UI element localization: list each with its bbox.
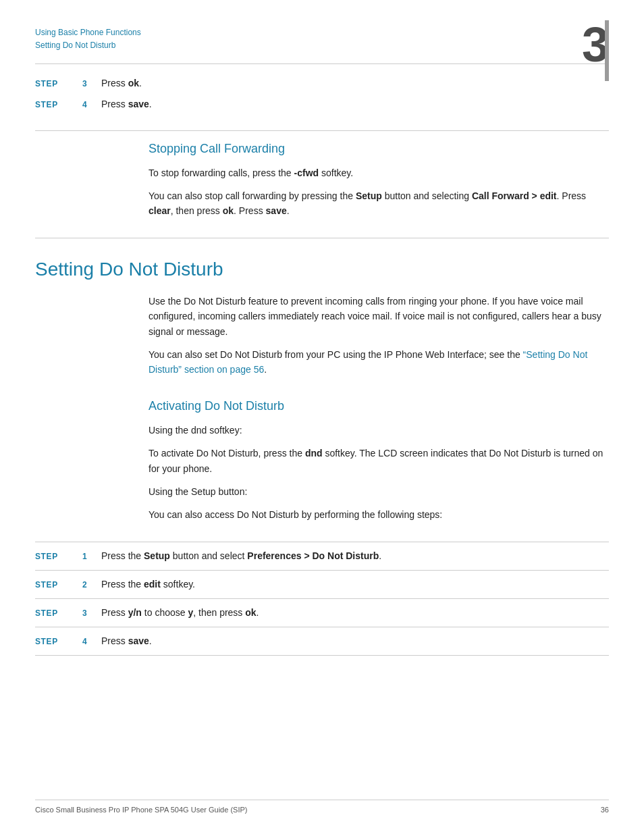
dnd-step-text-1: Press the Setup button and select Prefer… (101, 549, 381, 563)
activating-dnd-heading: Activating Do Not Disturb (149, 399, 609, 413)
dnd-step-row: STEP 3 Press y/n to choose y, then press… (35, 598, 609, 627)
stopping-para1: To stop forwarding calls, press the -cfw… (149, 165, 609, 180)
step-number-4: 4 (82, 100, 101, 109)
dnd-step-number-2: 2 (82, 580, 101, 590)
dnd-step-label-2: STEP (35, 580, 82, 590)
dnd-intro-content: Use the Do Not Disturb feature to preven… (35, 294, 609, 377)
stopping-para2: You can also stop call forwarding by pre… (149, 188, 609, 219)
using-dnd-label: Using the dnd softkey: (149, 423, 609, 438)
dnd-step-label-1: STEP (35, 552, 82, 561)
page-footer: Cisco Small Business Pro IP Phone SPA 50… (35, 800, 609, 814)
dnd-steps: STEP 1 Press the Setup button and select… (35, 542, 609, 656)
dnd-link[interactable]: “Setting Do Not Disturb” section on page… (149, 349, 587, 375)
subsection-content: Stopping Call Forwarding To stop forward… (35, 142, 609, 219)
dnd-para2: You can also set Do Not Disturb from you… (149, 347, 609, 377)
dnd-step-number-4: 4 (82, 637, 101, 646)
initial-steps: STEP 3 Press ok. STEP 4 Press save. (0, 64, 644, 130)
step-number-3: 3 (82, 79, 101, 88)
stopping-call-forwarding-heading: Stopping Call Forwarding (149, 142, 609, 156)
step-label-3: STEP (35, 79, 82, 88)
activating-dnd-section: Activating Do Not Disturb Using the dnd … (0, 386, 644, 542)
breadcrumb: Using Basic Phone Functions Setting Do N… (35, 27, 609, 51)
dnd-step-label-3: STEP (35, 608, 82, 618)
step-row: STEP 4 Press save. (35, 97, 609, 111)
step-text-4: Press save. (101, 97, 152, 111)
setting-dnd-section: Setting Do Not Disturb Use the Do Not Di… (0, 238, 644, 377)
setting-dnd-title: Setting Do Not Disturb (35, 259, 609, 280)
setup-desc: You can also access Do Not Disturb by pe… (149, 507, 609, 522)
breadcrumb-line1: Using Basic Phone Functions (35, 27, 609, 38)
stopping-call-forwarding-section: Stopping Call Forwarding To stop forward… (0, 131, 644, 238)
dnd-step-row: STEP 2 Press the edit softkey. (35, 570, 609, 598)
dnd-step-number-1: 1 (82, 552, 101, 561)
dnd-step-text-3: Press y/n to choose y, then press ok. (101, 606, 259, 620)
dnd-desc: To activate Do Not Disturb, press the dn… (149, 446, 609, 476)
dnd-step-number-3: 3 (82, 608, 101, 618)
dnd-para1: Use the Do Not Disturb feature to preven… (149, 294, 609, 339)
dnd-step-text-4: Press save. (101, 634, 152, 648)
step-label-4: STEP (35, 100, 82, 109)
dnd-step-row: STEP 1 Press the Setup button and select… (35, 542, 609, 570)
dnd-step-label-4: STEP (35, 637, 82, 646)
footer-left-text: Cisco Small Business Pro IP Phone SPA 50… (35, 806, 247, 814)
dnd-step-text-2: Press the edit softkey. (101, 577, 195, 592)
using-setup-label: Using the Setup button: (149, 484, 609, 499)
breadcrumb-line2: Setting Do Not Disturb (35, 40, 609, 51)
chapter-number: 3 (582, 20, 609, 69)
footer-page-number: 36 (601, 806, 609, 814)
step-text-3: Press ok. (101, 76, 142, 90)
step-row: STEP 3 Press ok. (35, 76, 609, 90)
page-header: Using Basic Phone Functions Setting Do N… (0, 0, 644, 51)
activating-dnd-content: Activating Do Not Disturb Using the dnd … (35, 399, 609, 523)
dnd-step-row: STEP 4 Press save. (35, 627, 609, 656)
page-container: Using Basic Phone Functions Setting Do N… (0, 0, 644, 834)
